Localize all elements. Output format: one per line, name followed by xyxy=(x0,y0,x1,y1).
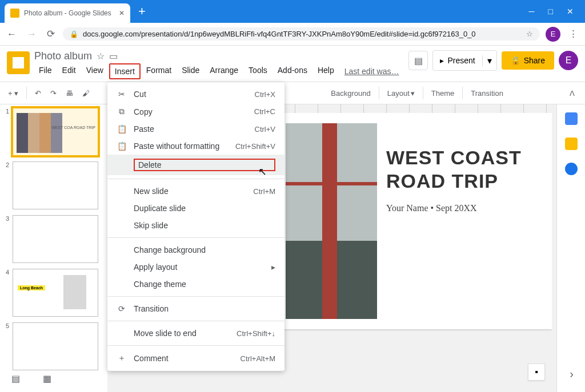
background-button[interactable]: Background xyxy=(327,87,374,100)
ctx-paste[interactable]: 📋PasteCtrl+V xyxy=(107,120,285,138)
url-input[interactable]: 🔒 docs.google.com/presentation/d/1np6wey… xyxy=(63,27,540,41)
last-edit-link[interactable]: Last edit was… xyxy=(344,67,399,76)
slide-thumbnail-3[interactable]: 3 72 HOURS. 4 HUMANS. 1 CAR. 3 DOGS. xyxy=(2,215,105,263)
present-dropdown-icon[interactable]: ▾ xyxy=(482,55,496,66)
maximize-window-icon[interactable]: □ xyxy=(548,7,553,16)
ctx-cut[interactable]: ✂CutCtrl+X xyxy=(107,86,285,103)
transition-button[interactable]: Transition xyxy=(467,87,507,100)
ctx-change-theme[interactable]: Change theme xyxy=(107,276,285,293)
url-text: docs.google.com/presentation/d/1np6weydM… xyxy=(83,30,476,38)
ctx-paste-noformat[interactable]: 📋Paste without formattingCtrl+Shift+V xyxy=(107,138,285,155)
new-tab-button[interactable]: + xyxy=(130,4,154,19)
window-titlebar: Photo album - Google Slides ✕ + ─ □ ✕ xyxy=(0,0,585,23)
print-icon[interactable]: 🖶 xyxy=(62,87,77,100)
reload-icon[interactable]: ⟳ xyxy=(45,26,57,42)
slide-subtitle[interactable]: Your Name • Sept 20XX xyxy=(386,203,542,213)
submenu-arrow-icon: ▸ xyxy=(271,262,275,272)
ctx-new-slide[interactable]: New slideCtrl+M xyxy=(107,183,285,200)
ctx-comment[interactable]: ＋CommentCtrl+Alt+M xyxy=(107,349,285,367)
browser-menu-icon[interactable]: ⋮ xyxy=(566,26,580,42)
star-doc-icon[interactable]: ☆ xyxy=(97,51,105,62)
menu-view[interactable]: View xyxy=(82,63,108,79)
cut-icon: ✂ xyxy=(117,90,127,99)
filmstrip-view-icon[interactable]: ▤ xyxy=(11,373,20,384)
menu-help[interactable]: Help xyxy=(313,63,339,79)
slide-thumbnail-2[interactable]: 2 xyxy=(2,161,105,209)
ctx-move-slide-end[interactable]: Move slide to endCtrl+Shift+↓ xyxy=(107,325,285,342)
copy-icon: ⧉ xyxy=(117,107,127,116)
transition-icon: ⟳ xyxy=(117,304,127,313)
slide-panel[interactable]: 1 WEST COA ROAD TRIP 2 3 72 HOURS. 4 HUM… xyxy=(0,104,107,392)
ctx-transition[interactable]: ⟳Transition xyxy=(107,300,285,317)
paint-format-icon[interactable]: 🖌 xyxy=(79,87,93,100)
show-side-panel-icon[interactable]: › xyxy=(570,367,574,381)
present-button[interactable]: ▸Present ▾ xyxy=(432,50,496,71)
close-window-icon[interactable]: ✕ xyxy=(567,7,574,16)
ctx-change-background[interactable]: Change background xyxy=(107,241,285,258)
side-panel xyxy=(556,104,585,392)
tab-title: Photo album - Google Slides xyxy=(24,9,111,17)
new-slide-button[interactable]: + ▾ xyxy=(5,87,22,100)
tasks-icon[interactable] xyxy=(565,163,578,175)
app-header: Photo album ☆ ▭ File Edit View Insert Fo… xyxy=(0,46,585,79)
browser-address-bar: ← → ⟳ 🔒 docs.google.com/presentation/d/1… xyxy=(0,23,585,46)
present-play-icon: ▸ xyxy=(440,56,444,65)
undo-icon[interactable]: ↶ xyxy=(31,87,45,100)
menu-tools[interactable]: Tools xyxy=(244,63,272,79)
paste-icon: 📋 xyxy=(117,124,127,134)
ctx-duplicate-slide[interactable]: Duplicate slide xyxy=(107,200,285,217)
menu-file[interactable]: File xyxy=(34,63,57,79)
ctx-delete[interactable]: Delete xyxy=(107,155,285,175)
speaker-notes-button[interactable]: ▪ xyxy=(528,363,545,381)
layout-button[interactable]: Layout ▾ xyxy=(384,87,418,100)
back-icon[interactable]: ← xyxy=(5,26,19,42)
share-button[interactable]: 🔒Share xyxy=(502,51,554,70)
redo-icon[interactable]: ↷ xyxy=(47,87,60,100)
close-tab-icon[interactable]: ✕ xyxy=(119,9,125,17)
move-doc-icon[interactable]: ▭ xyxy=(109,51,118,62)
comments-button[interactable]: ▤ xyxy=(408,51,428,70)
slides-favicon-icon xyxy=(10,9,19,18)
share-label: Share xyxy=(524,56,545,65)
menu-insert[interactable]: Insert xyxy=(109,63,141,79)
slide-thumbnail-1[interactable]: 1 WEST COA ROAD TRIP xyxy=(2,108,105,156)
context-menu: ✂CutCtrl+X ⧉CopyCtrl+C 📋PasteCtrl+V 📋Pas… xyxy=(107,82,285,371)
menu-addons[interactable]: Add-ons xyxy=(273,63,312,79)
grid-view-icon[interactable]: ▦ xyxy=(43,373,51,384)
menu-slide[interactable]: Slide xyxy=(177,63,204,79)
present-label: Present xyxy=(447,56,475,65)
account-avatar[interactable]: E xyxy=(559,51,578,70)
document-title[interactable]: Photo album xyxy=(34,50,92,62)
lock-share-icon: 🔒 xyxy=(511,56,520,65)
collapse-toolbar-icon[interactable]: ᐱ xyxy=(564,87,580,100)
profile-avatar[interactable]: E xyxy=(546,27,560,42)
menu-format[interactable]: Format xyxy=(142,63,176,79)
browser-tab[interactable]: Photo album - Google Slides ✕ xyxy=(5,3,130,23)
slide-thumbnail-4[interactable]: 4 Long Beach xyxy=(2,269,105,317)
paste-plain-icon: 📋 xyxy=(117,142,127,151)
slide-title[interactable]: WEST COAST ROAD TRIP xyxy=(386,146,542,193)
comment-icon: ＋ xyxy=(117,353,127,363)
ctx-apply-layout[interactable]: Apply layout▸ xyxy=(107,258,285,276)
lock-icon: 🔒 xyxy=(70,30,78,38)
slide-image xyxy=(286,123,377,319)
toolbar: + ▾ ↶ ↷ 🖶 🖌 Background Layout ▾ Theme Tr… xyxy=(0,82,585,104)
slide-thumbnail-5[interactable]: 5 xyxy=(2,322,105,370)
theme-button[interactable]: Theme xyxy=(428,87,458,100)
keep-icon[interactable] xyxy=(565,138,578,150)
slide-canvas[interactable]: WEST COAST ROAD TRIP Your Name • Sept 20… xyxy=(275,113,552,353)
calendar-icon[interactable] xyxy=(565,112,578,125)
forward-icon: → xyxy=(25,26,39,42)
slides-logo-icon[interactable] xyxy=(7,51,30,74)
ctx-copy[interactable]: ⧉CopyCtrl+C xyxy=(107,103,285,120)
ctx-skip-slide[interactable]: Skip slide xyxy=(107,217,285,234)
menu-bar: File Edit View Insert Format Slide Arran… xyxy=(34,63,404,79)
minimize-window-icon[interactable]: ─ xyxy=(529,7,535,16)
menu-arrange[interactable]: Arrange xyxy=(205,63,243,79)
menu-edit[interactable]: Edit xyxy=(58,63,81,79)
star-url-icon[interactable]: ☆ xyxy=(526,30,533,38)
